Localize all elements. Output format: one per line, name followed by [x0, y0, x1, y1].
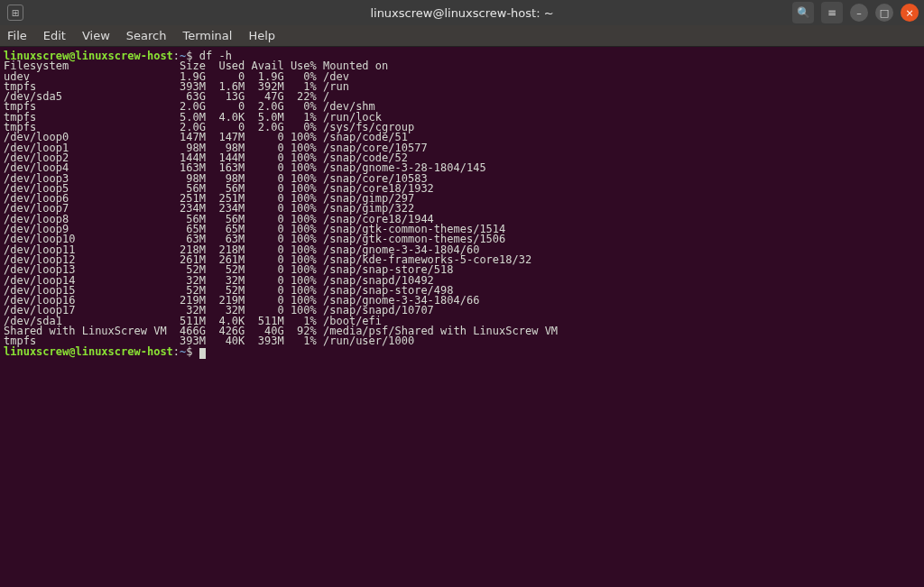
- new-tab-icon[interactable]: ⊞: [7, 5, 23, 21]
- titlebar: ⊞ linuxscrew@linuxscrew-host: ~ 🔍 ≡ – □ …: [0, 0, 924, 25]
- hamburger-menu-button[interactable]: ≡: [821, 2, 843, 23]
- maximize-button[interactable]: □: [875, 4, 893, 22]
- window-title: linuxscrew@linuxscrew-host: ~: [0, 6, 924, 20]
- cursor: [199, 348, 206, 359]
- minimize-button[interactable]: –: [850, 4, 868, 22]
- menu-terminal[interactable]: Terminal: [182, 29, 232, 42]
- search-button[interactable]: 🔍: [792, 2, 814, 23]
- menu-file[interactable]: File: [7, 29, 27, 42]
- menu-search[interactable]: Search: [126, 29, 167, 42]
- menubar: File Edit View Search Terminal Help: [0, 25, 924, 47]
- terminal-output[interactable]: linuxscrew@linuxscrew-host:~$ df -h File…: [0, 47, 924, 587]
- menu-edit[interactable]: Edit: [43, 29, 66, 42]
- menu-help[interactable]: Help: [248, 29, 275, 42]
- menu-view[interactable]: View: [82, 29, 110, 42]
- terminal-window: ⊞ linuxscrew@linuxscrew-host: ~ 🔍 ≡ – □ …: [0, 0, 924, 587]
- close-button[interactable]: ×: [901, 4, 919, 22]
